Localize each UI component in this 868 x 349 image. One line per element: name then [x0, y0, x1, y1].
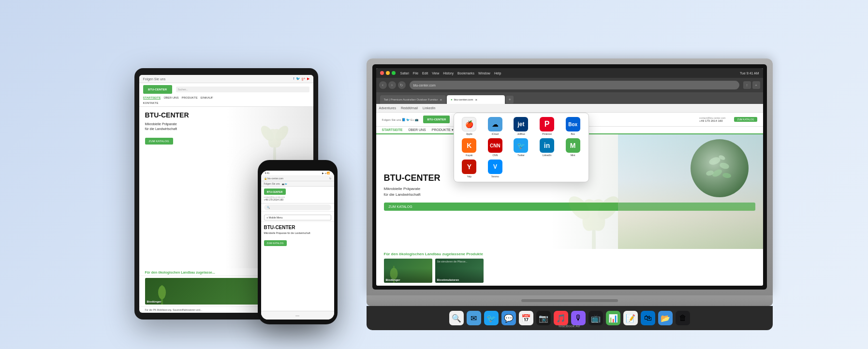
tablet-logo: BTU-CENTER: [143, 85, 172, 94]
laptop-macos-bar: Safari File Edit View History Bookmarks …: [376, 68, 763, 78]
btu-nav-startseite[interactable]: STARTSEITE: [382, 128, 403, 132]
back-button[interactable]: ‹: [379, 81, 387, 89]
phone-contact: contact@btu-center.com +49 170 2014 160: [264, 196, 331, 201]
tablet-hero-btn[interactable]: ZUM KATALOG: [145, 138, 173, 145]
mac-menu-history[interactable]: History: [443, 72, 454, 75]
bm-linkedin[interactable]: in LinkedIn: [535, 138, 559, 157]
bm-kayak[interactable]: K Kayak: [458, 138, 481, 157]
address-bar[interactable]: btu-center.com: [410, 81, 739, 89]
phone-search-input[interactable]: 🔍: [264, 204, 331, 210]
dock-podcast[interactable]: 🎙: [571, 311, 586, 325]
pcard2-label: Biostimulatoren: [437, 278, 459, 281]
mac-clock: Tue 9:41 AM: [740, 72, 759, 75]
mac-menu-safari[interactable]: Safari: [400, 72, 409, 75]
traffic-lights: [380, 71, 396, 75]
tab-1-close[interactable]: ×: [440, 98, 442, 102]
btu-cta-button[interactable]: ZUM KATALOG: [734, 117, 757, 122]
dock-messages[interactable]: 💬: [501, 311, 516, 325]
minimize-button[interactable]: [386, 71, 390, 75]
phone-hero: BTU-CENTER Mikrobielle Präparate für die…: [261, 222, 334, 311]
bm-apple[interactable]: 🍎 Apple: [458, 117, 481, 135]
laptop-base: [367, 295, 773, 306]
bm-apple-icon: 🍎: [462, 117, 476, 131]
laptop-lid: Safari File Edit View History Bookmarks …: [367, 58, 773, 295]
bm-cnn-label: CNN: [492, 154, 498, 157]
dock-mail[interactable]: ✉: [467, 311, 481, 325]
microscope-image: [691, 139, 749, 197]
svg-point-15: [722, 173, 731, 179]
mac-menu-file[interactable]: File: [413, 72, 418, 75]
dock-photos[interactable]: 📷: [536, 311, 551, 325]
bm-icloud-label: iCloud: [492, 132, 499, 135]
dock-files[interactable]: 📂: [658, 311, 673, 325]
dock-tv[interactable]: 📺: [588, 311, 603, 325]
phone-hero-btn[interactable]: ZUM KATALOG: [264, 240, 287, 246]
phone-screen: 9:41 ▶ ⊿ 📶 🔒 btu-center.com ↻ Folgen Sie…: [261, 171, 334, 320]
btu-nav-ueber[interactable]: ÜBER UNS: [409, 128, 426, 132]
bookmark-3[interactable]: LinkedIn: [423, 106, 435, 110]
tablet-menu-ueber[interactable]: ÜBER UNS: [163, 96, 178, 100]
tab-2-favicon: ●: [451, 98, 453, 101]
svg-point-6: [158, 286, 166, 299]
tab-2-label: btu-center.com: [454, 98, 473, 101]
bm-icloud[interactable]: ☁ iCloud: [484, 117, 507, 135]
bm-yelp[interactable]: Y Yelp: [458, 160, 481, 178]
tablet-topbar: Folgen Sie uns f 🐦 g+ ▶: [139, 75, 313, 83]
bookmark-2[interactable]: Reddit/mail: [401, 106, 418, 110]
phone-notch: [285, 165, 309, 169]
btu-section-green: ökologischen Landbau zugelassene Produkt…: [399, 252, 483, 256]
bm-box[interactable]: Box Box: [561, 117, 585, 135]
laptop-device: Safari File Edit View History Bookmarks …: [367, 58, 773, 329]
new-tab-button[interactable]: +: [752, 81, 760, 89]
btu-pcard-2: Biostimulatoren Sie stimulieren die Pfla…: [435, 259, 484, 283]
dock-finder[interactable]: 🔍: [449, 311, 464, 325]
mac-menu-edit[interactable]: Edit: [422, 72, 428, 75]
btu-section-title: Für den ökologischen Landbau zugelassene…: [384, 252, 755, 256]
phone-reload-icon[interactable]: ↻: [329, 177, 331, 180]
tablet-menu-startseite[interactable]: STARTSEITE: [143, 96, 161, 100]
add-tab-button[interactable]: +: [506, 96, 514, 103]
dock-trash[interactable]: 🗑: [676, 311, 690, 325]
share-button[interactable]: ↑: [743, 81, 751, 89]
bm-twitter[interactable]: 🐦 Twitter: [510, 138, 533, 157]
scene: Folgen Sie uns f 🐦 g+ ▶ BTU-CENTER Suche…: [96, 20, 773, 329]
mac-menu-view[interactable]: View: [432, 72, 439, 75]
phone-device: 9:41 ▶ ⊿ 📶 🔒 btu-center.com ↻ Folgen Sie…: [258, 160, 338, 324]
tablet-menu-produkte[interactable]: PRODUKTE: [181, 96, 197, 100]
dock-music[interactable]: 🎵: [554, 311, 568, 325]
bm-venmo[interactable]: V Venmo: [484, 160, 507, 178]
dock-pages[interactable]: 📝: [623, 311, 638, 325]
bookmark-1[interactable]: Adventures: [379, 106, 396, 110]
tablet-wheat-decoration: [246, 109, 304, 167]
btu-nav-produkte[interactable]: PRODUKTE ▾: [432, 128, 454, 132]
tab-2-close[interactable]: ×: [475, 98, 477, 102]
bm-pinterest[interactable]: P Pinterest: [535, 117, 559, 135]
phone-menu-btn[interactable]: ≡ Mobile Menu: [264, 215, 331, 220]
bm-pinterest-icon: P: [540, 117, 554, 131]
tab-1[interactable]: Tait | Premium Australian Outdoor Furnit…: [380, 95, 446, 104]
mac-menu-window[interactable]: Window: [478, 72, 490, 75]
mac-menu-bookmarks[interactable]: Bookmarks: [457, 72, 474, 75]
tablet-search[interactable]: Suchen...: [176, 87, 309, 92]
tab-2[interactable]: ● btu-center.com ×: [447, 95, 505, 104]
maximize-button[interactable]: [392, 71, 396, 75]
dock-twitter[interactable]: 🐦: [484, 311, 499, 325]
phone-address-bar[interactable]: 🔒 btu-center.com ↻: [261, 176, 334, 181]
bm-cnn[interactable]: CNN CNN: [484, 138, 507, 157]
tablet-menu-kontakte[interactable]: KONTAKTE: [143, 102, 309, 104]
dock-calendar[interactable]: 📅: [519, 311, 533, 325]
dock-numbers[interactable]: 📊: [606, 311, 620, 325]
dock-appstore[interactable]: 🛍: [641, 311, 655, 325]
bm-jetblue[interactable]: jet JetBlue: [510, 117, 533, 135]
bm-mint[interactable]: M Mint: [561, 138, 585, 157]
forward-button[interactable]: ›: [388, 81, 396, 89]
bm-linkedin-label: LinkedIn: [543, 154, 552, 157]
mac-menu-help[interactable]: Help: [494, 72, 501, 75]
laptop-content: 🍎 Apple ☁ iCloud jet JetBlue: [376, 113, 763, 286]
close-button[interactable]: [380, 71, 384, 75]
tablet-menu-einkauf[interactable]: EINKAUF: [201, 96, 213, 100]
bm-yelp-label: Yelp: [467, 175, 472, 178]
bm-icloud-icon: ☁: [488, 117, 502, 131]
tablet-social-fb: f: [294, 77, 294, 81]
reload-button[interactable]: ↻: [398, 81, 406, 89]
